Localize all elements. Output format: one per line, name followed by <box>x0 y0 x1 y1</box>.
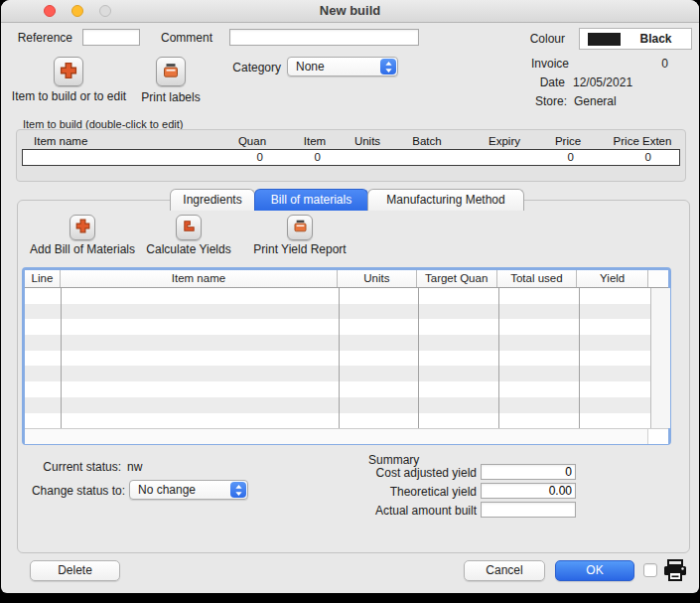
item-row-item: 0 <box>271 151 321 163</box>
bom-col-item-name: Item name <box>61 270 338 287</box>
label-printer-icon <box>161 61 181 83</box>
store-value: General <box>574 94 617 108</box>
invoice-value: 0 <box>599 57 668 71</box>
cancel-button[interactable]: Cancel <box>464 560 545 581</box>
table-row[interactable] <box>25 304 668 320</box>
invoice-label: Invoice <box>490 57 569 71</box>
vertical-scroll-track[interactable] <box>650 288 670 428</box>
bom-col-filler <box>648 270 668 287</box>
item-row-price: 0 <box>524 151 574 163</box>
ok-button[interactable]: OK <box>555 560 634 581</box>
print-labels-button[interactable] <box>156 57 186 86</box>
tab-bill-of-materials[interactable]: Bill of materials <box>254 189 368 211</box>
bom-table-body[interactable] <box>25 288 668 428</box>
colour-swatch <box>588 33 621 46</box>
col-units: Units <box>338 135 397 147</box>
bom-col-target-quan: Target Quan <box>417 270 497 287</box>
bom-table-header: Line Item name Units Target Quan Total u… <box>25 270 668 288</box>
date-label: Date <box>486 75 565 89</box>
table-row[interactable] <box>25 288 668 304</box>
change-status-label: Change status to: <box>26 484 125 498</box>
print-yield-report-label: Print Yield Report <box>240 243 359 256</box>
table-row[interactable] <box>25 397 668 413</box>
item-to-build-row[interactable] <box>22 149 680 166</box>
plus-icon <box>59 61 78 83</box>
category-label: Category <box>211 61 281 75</box>
item-row-price-exten: 0 <box>602 151 651 163</box>
col-price: Price <box>538 135 598 147</box>
report-printer-icon <box>292 218 309 237</box>
titlebar[interactable]: New build <box>1 0 699 23</box>
bom-table: Line Item name Units Target Quan Total u… <box>22 267 671 445</box>
table-row[interactable] <box>25 366 668 381</box>
colour-picker[interactable]: Black <box>579 28 692 50</box>
current-status-value: nw <box>127 460 142 474</box>
reference-label: Reference <box>1 31 72 45</box>
calculate-yields-button[interactable] <box>176 215 202 240</box>
col-expiry: Expiry <box>475 135 534 147</box>
column-separator <box>418 288 419 428</box>
comment-input[interactable] <box>229 29 419 46</box>
category-value: None <box>288 60 380 74</box>
theoretical-yield-label: Theoretical yield <box>358 485 477 499</box>
colour-value: Black <box>621 32 691 46</box>
window-title: New build <box>1 0 699 22</box>
table-row[interactable] <box>25 335 668 351</box>
change-status-dropdown[interactable]: No change <box>129 480 248 500</box>
current-status-label: Current status: <box>31 460 121 474</box>
screen-background: New build Reference Comment Colour Black… <box>0 0 700 603</box>
column-separator <box>579 288 580 428</box>
plus-icon <box>74 218 91 237</box>
col-quan: Quan <box>222 135 282 147</box>
bom-col-total-used: Total used <box>497 270 578 287</box>
item-row-quan: 0 <box>213 151 263 163</box>
tab-manufacturing-method[interactable]: Manufacturing Method <box>367 189 524 211</box>
bom-col-yield: Yield <box>577 270 648 287</box>
table-row[interactable] <box>25 351 668 367</box>
actual-amount-built-field[interactable] <box>481 502 576 518</box>
horizontal-scroll-track[interactable] <box>25 428 668 444</box>
chevron-up-down-icon <box>380 59 396 75</box>
bom-col-line: Line <box>25 270 61 287</box>
col-item: Item <box>285 135 345 147</box>
theoretical-yield-field[interactable] <box>481 483 576 499</box>
date-value: 12/05/2021 <box>573 75 632 89</box>
tab-ingredients[interactable]: Ingredients <box>170 189 255 211</box>
comment-label: Comment <box>143 31 212 45</box>
col-item-name: Item name <box>34 135 87 147</box>
table-row[interactable] <box>25 413 668 429</box>
column-separator <box>498 288 499 428</box>
column-separator <box>339 288 340 428</box>
col-batch: Batch <box>397 135 457 147</box>
item-to-build-label: Item to build or to edit <box>9 90 129 103</box>
colour-label: Colour <box>486 32 565 46</box>
column-separator <box>61 288 62 428</box>
print-labels-label: Print labels <box>131 91 210 104</box>
calculate-icon <box>181 218 198 237</box>
reference-input[interactable] <box>82 29 140 46</box>
category-dropdown[interactable]: None <box>287 57 398 76</box>
change-status-value: No change <box>130 483 230 497</box>
column-separator <box>650 288 651 428</box>
print-yield-report-button[interactable] <box>287 215 313 240</box>
calculate-yields-label: Calculate Yields <box>129 243 248 256</box>
add-bom-button[interactable] <box>70 215 95 240</box>
summary-title: Summary <box>364 453 423 467</box>
chevron-up-down-icon <box>230 482 246 498</box>
new-build-window: New build Reference Comment Colour Black… <box>1 0 699 593</box>
cost-adjusted-yield-label: Cost adjusted yield <box>358 466 477 480</box>
print-icon[interactable] <box>662 558 688 585</box>
cost-adjusted-yield-field[interactable] <box>481 464 576 480</box>
col-price-exten: Price Exten <box>598 135 687 147</box>
actual-amount-built-label: Actual amount built <box>358 504 477 518</box>
print-checkbox[interactable] <box>643 563 657 577</box>
table-row[interactable] <box>25 319 668 335</box>
delete-button[interactable]: Delete <box>30 560 120 581</box>
item-to-build-button[interactable] <box>54 57 83 86</box>
table-row[interactable] <box>25 381 668 397</box>
bom-col-units: Units <box>338 270 417 287</box>
store-label: Store: <box>488 94 567 108</box>
scroll-corner <box>647 429 668 444</box>
